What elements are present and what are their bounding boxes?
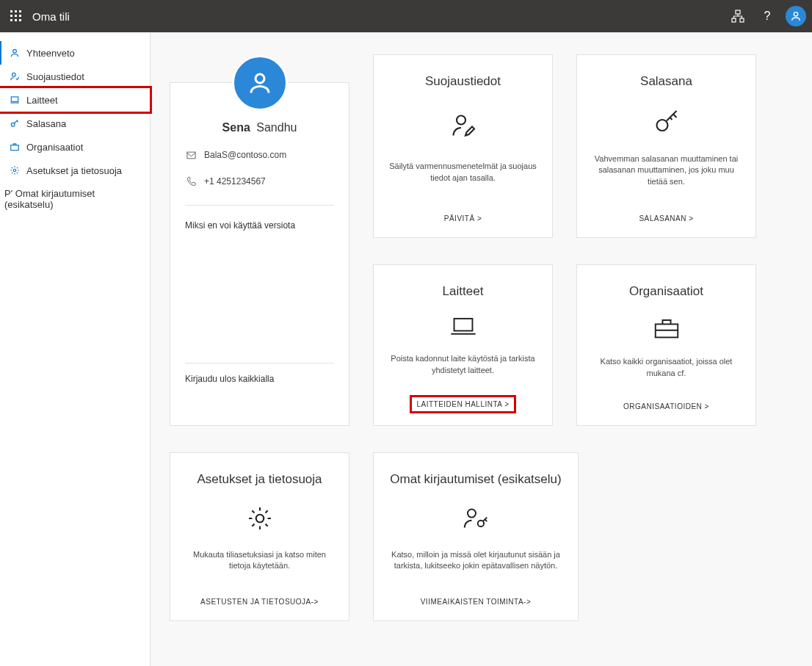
svg-rect-6 xyxy=(10,19,12,21)
card-my-signins: Omat kirjautumiset (esikatselu) Katso, m… xyxy=(373,452,579,621)
person-edit-icon xyxy=(450,112,476,139)
card-title: Salasana xyxy=(640,74,692,89)
card-devices: Laitteet Poista kadonnut laite käytöstä … xyxy=(373,264,553,426)
svg-rect-5 xyxy=(19,15,21,17)
profile-last-name: Sandhu xyxy=(256,121,297,134)
card-desc: Poista kadonnut laite käytöstä ja tarkis… xyxy=(388,353,537,376)
sidebar-item-label: Suojaustiedot xyxy=(26,71,84,82)
sidebar-item-label: Yhteenveto xyxy=(26,48,75,59)
svg-rect-15 xyxy=(11,97,18,101)
card-title: Laitteet xyxy=(443,284,484,299)
sidebar: Yhteenveto Suojaustiedot Laitteet Salasa… xyxy=(0,32,151,666)
svg-rect-2 xyxy=(19,10,21,12)
sidebar-item-security[interactable]: Suojaustiedot xyxy=(0,65,150,88)
svg-point-25 xyxy=(255,515,264,523)
mail-icon xyxy=(185,149,197,161)
sidebar-item-signins[interactable]: P' Omat kirjautumiset (esikatselu) xyxy=(0,182,150,216)
recent-activity-link[interactable]: VIIMEAIKAISTEN TOIMINTA-> xyxy=(416,595,536,609)
person-key-icon xyxy=(463,505,489,532)
sidebar-item-label: P' Omat kirjautumiset (esikatselu) xyxy=(4,188,141,210)
briefcase-icon xyxy=(653,315,680,341)
sidebar-item-password[interactable]: Salasana xyxy=(0,112,150,135)
sidebar-item-orgs[interactable]: Organisaatiot xyxy=(0,135,150,159)
person-icon xyxy=(9,47,21,59)
sidebar-item-label: Salasana xyxy=(26,118,66,129)
card-desc: Katso kaikki organisaatiot, joissa olet … xyxy=(592,356,741,379)
card-organizations: Organisaatiot Katso kaikki organisaatiot… xyxy=(576,264,756,426)
svg-rect-9 xyxy=(736,10,740,14)
help-icon[interactable]: ? xyxy=(756,5,778,27)
key-icon xyxy=(9,117,21,129)
svg-rect-20 xyxy=(186,152,195,159)
app-launcher-icon[interactable] xyxy=(6,6,26,26)
sidebar-item-label: Organisaatiot xyxy=(26,142,83,153)
svg-point-18 xyxy=(13,169,16,172)
key-icon xyxy=(653,109,680,135)
main-content: Sena Sandhu BalaS@contoso.com +1 4251234… xyxy=(151,32,812,666)
card-desc: Katso, milloin ja missä olet kirjautunut… xyxy=(388,549,563,572)
sidebar-item-devices[interactable]: Laitteet xyxy=(0,86,152,114)
svg-rect-4 xyxy=(15,15,17,17)
card-desc: Vahvemman salasanan muuttaminen tai sala… xyxy=(592,153,741,187)
svg-rect-11 xyxy=(740,18,744,22)
card-password: Salasana Vahvemman salasanan muuttaminen… xyxy=(576,54,756,238)
card-title: Organisaatiot xyxy=(629,284,703,299)
sidebar-item-label: Laitteet xyxy=(26,95,58,106)
why-cant-use-link[interactable]: Miksi en voi käyttää versiota xyxy=(185,220,334,231)
svg-point-12 xyxy=(794,12,797,16)
gear-icon xyxy=(9,164,21,176)
svg-rect-0 xyxy=(10,10,12,12)
svg-point-19 xyxy=(255,74,264,83)
signout-everywhere-link[interactable]: Kirjaudu ulos kaikkialla xyxy=(185,363,334,384)
svg-rect-8 xyxy=(19,19,21,21)
svg-point-22 xyxy=(656,120,667,131)
card-title: Suojaustiedot xyxy=(425,74,501,89)
laptop-icon xyxy=(450,314,476,340)
profile-email: BalaS@contoso.com xyxy=(204,150,286,160)
profile-phone-row: +1 4251234567 xyxy=(185,175,334,187)
sidebar-item-settings[interactable]: Asetukset ja tietosuoja xyxy=(0,159,150,182)
card-desc: Mukauta tiliasetuksiasi ja katso miten t… xyxy=(185,549,334,572)
card-settings-privacy: Asetukset ja tietosuoja Mukauta tiliaset… xyxy=(170,452,349,621)
svg-rect-10 xyxy=(732,18,736,22)
briefcase-icon xyxy=(9,141,21,153)
laptop-icon xyxy=(9,94,21,106)
svg-rect-17 xyxy=(11,145,19,151)
manage-devices-link[interactable]: LAITTEIDEN HALLINTA > xyxy=(410,395,515,413)
profile-card: Sena Sandhu BalaS@contoso.com +1 4251234… xyxy=(170,82,349,426)
svg-rect-1 xyxy=(15,10,17,12)
svg-point-14 xyxy=(12,73,16,76)
app-header: Oma tili ? xyxy=(0,0,812,32)
profile-first-name: Sena xyxy=(222,121,250,134)
svg-point-21 xyxy=(457,116,465,125)
update-security-link[interactable]: PÄIVITÄ > xyxy=(440,211,486,225)
change-password-link[interactable]: SALASANAN > xyxy=(634,211,697,225)
person-check-icon xyxy=(9,70,21,82)
svg-point-13 xyxy=(13,49,17,53)
manage-orgs-link[interactable]: ORGANISAATIOIDEN > xyxy=(619,399,714,413)
card-desc: Säilytä varmennusmenetelmät ja suojaus t… xyxy=(388,161,537,184)
card-title: Asetukset ja tietosuoja xyxy=(197,472,322,487)
header-avatar[interactable] xyxy=(786,6,806,26)
profile-phone: +1 4251234567 xyxy=(204,176,266,187)
profile-email-row: BalaS@contoso.com xyxy=(185,149,334,161)
phone-icon xyxy=(185,175,197,187)
app-title: Oma tili xyxy=(32,10,727,23)
card-title: Omat kirjautumiset (esikatselu) xyxy=(390,472,561,487)
profile-avatar xyxy=(232,55,288,111)
divider xyxy=(185,205,334,206)
card-security-info: Suojaustiedot Säilytä varmennusmenetelmä… xyxy=(373,54,553,238)
svg-rect-7 xyxy=(15,19,17,21)
svg-point-26 xyxy=(468,510,476,518)
svg-rect-3 xyxy=(10,15,12,17)
sidebar-item-label: Asetukset ja tietosuoja xyxy=(26,165,122,176)
profile-name: Sena Sandhu xyxy=(185,121,334,134)
svg-point-16 xyxy=(11,123,15,126)
org-chart-icon[interactable] xyxy=(727,5,749,27)
gear-icon xyxy=(247,505,273,532)
settings-privacy-link[interactable]: ASETUSTEN JA TIETOSUOJA-> xyxy=(196,595,323,609)
svg-rect-23 xyxy=(454,319,472,331)
sidebar-item-overview[interactable]: Yhteenveto xyxy=(0,41,150,65)
